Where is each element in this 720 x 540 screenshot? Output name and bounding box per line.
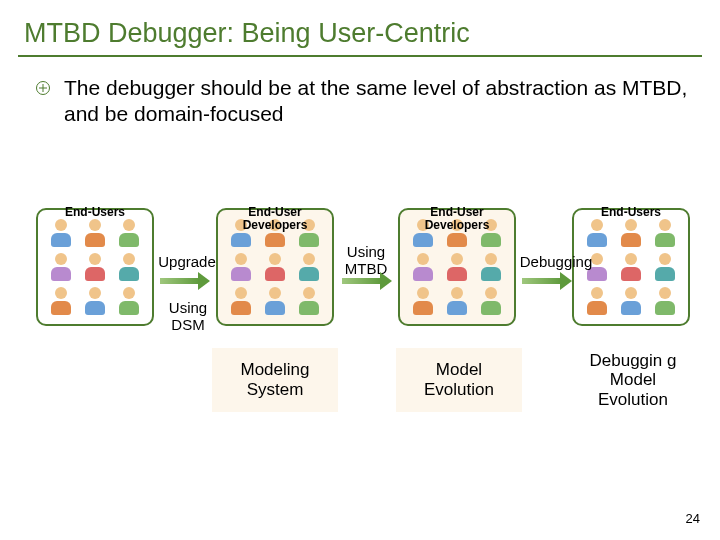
group-label: End-Users: [574, 206, 688, 219]
panel-model-evolution: Model Evolution: [396, 348, 522, 412]
person-icon: [652, 287, 678, 315]
person-icon: [584, 287, 610, 315]
group-end-user-developers-2: End-User Developers: [398, 208, 516, 326]
diagram-area: End-Users End-User Developers End-User D…: [30, 190, 690, 420]
crosshair-bullet-icon: [36, 81, 50, 95]
person-icon: [228, 287, 254, 315]
person-icon: [410, 253, 436, 281]
arrow-label-using-dsm: Using DSM: [158, 300, 218, 333]
arrow-label-debugging: Debugging: [514, 254, 598, 271]
person-icon: [410, 287, 436, 315]
group-label: End-User Developers: [218, 206, 332, 231]
person-icon: [48, 287, 74, 315]
person-icon: [228, 253, 254, 281]
page-number: 24: [686, 511, 700, 526]
person-icon: [652, 219, 678, 247]
person-icon: [116, 287, 142, 315]
person-icon: [618, 253, 644, 281]
arrow-icon: [160, 276, 210, 286]
main-bullet-text: The debugger should be at the same level…: [64, 75, 690, 128]
group-end-user-developers-1: End-User Developers: [216, 208, 334, 326]
person-icon: [82, 219, 108, 247]
person-icon: [262, 287, 288, 315]
arrow-icon: [342, 276, 392, 286]
person-icon: [444, 287, 470, 315]
body-text-row: The debugger should be at the same level…: [0, 57, 720, 128]
arrow-icon: [522, 276, 572, 286]
person-icon: [652, 253, 678, 281]
person-icon: [48, 253, 74, 281]
group-end-users-left: End-Users: [36, 208, 154, 326]
person-icon: [116, 253, 142, 281]
person-icon: [618, 287, 644, 315]
group-label: End-Users: [38, 206, 152, 219]
person-icon: [262, 253, 288, 281]
arrow-label-upgrade: Upgrade: [152, 254, 222, 271]
panel-modeling-system: Modeling System: [212, 348, 338, 412]
person-icon: [618, 219, 644, 247]
person-icon: [296, 253, 322, 281]
panel-debugging-model-evolution: Debuggin g Model Evolution: [570, 348, 696, 412]
person-icon: [584, 219, 610, 247]
person-icon: [48, 219, 74, 247]
person-icon: [82, 253, 108, 281]
person-icon: [82, 287, 108, 315]
group-label: End-User Developers: [400, 206, 514, 231]
person-icon: [116, 219, 142, 247]
person-icon: [478, 287, 504, 315]
slide-title: MTBD Debugger: Being User-Centric: [0, 0, 720, 55]
person-icon: [296, 287, 322, 315]
person-icon: [478, 253, 504, 281]
person-icon: [444, 253, 470, 281]
